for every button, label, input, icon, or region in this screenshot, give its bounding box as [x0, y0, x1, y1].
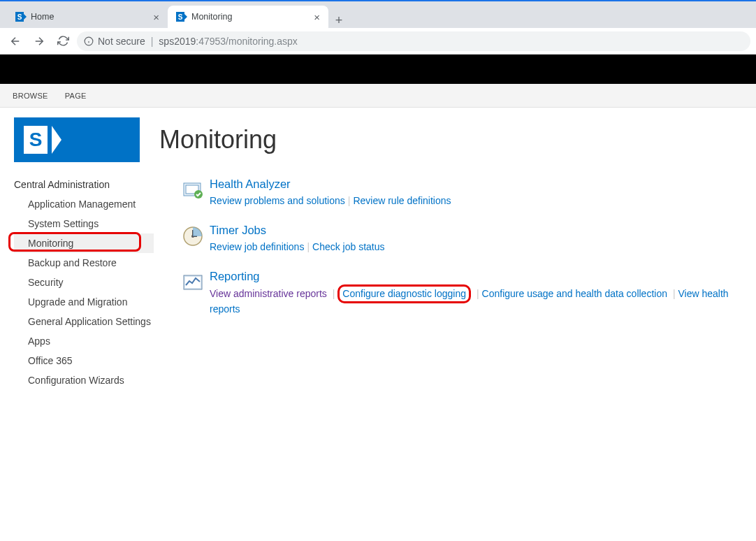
sidebar-item-label: Configuration Wizards: [28, 375, 124, 386]
back-button[interactable]: [6, 31, 25, 51]
sidebar-item-label: Backup and Restore: [28, 257, 117, 268]
sidebar-item-label: Upgrade and Migration: [28, 296, 127, 308]
body-area: Central Administration Application Manag…: [0, 175, 756, 404]
section-title[interactable]: Health Analyzer: [210, 178, 742, 191]
browser-tab-monitoring[interactable]: S Monitoring ×: [168, 6, 328, 28]
link-configure-usage-health[interactable]: Configure usage and health data collecti…: [482, 288, 667, 299]
ribbon: BROWSE PAGE: [0, 84, 756, 108]
address-text: sps2019:47953/monitoring.aspx: [159, 36, 297, 47]
sidebar-item-label: Apps: [28, 336, 50, 347]
forward-button[interactable]: [29, 31, 49, 51]
sidebar-item-label: Security: [28, 277, 64, 288]
section-title[interactable]: Timer Jobs: [210, 224, 742, 237]
sharepoint-favicon: S: [14, 11, 25, 22]
security-label: Not secure: [98, 36, 145, 47]
link-view-admin-reports[interactable]: View administrative reports: [210, 288, 327, 299]
security-indicator[interactable]: Not secure: [84, 36, 145, 47]
tab-title: Home: [31, 12, 152, 22]
health-analyzer-icon: [182, 178, 210, 208]
sharepoint-favicon: S: [175, 11, 186, 22]
close-icon[interactable]: ×: [312, 11, 321, 23]
ribbon-tab-page[interactable]: PAGE: [65, 92, 87, 100]
link-review-problems[interactable]: Review problems and solutions: [210, 195, 345, 206]
sidebar-item-office-365[interactable]: Office 365: [14, 351, 154, 370]
section-title[interactable]: Reporting: [210, 270, 742, 283]
address-separator: |: [151, 36, 154, 47]
sidebar-item-configuration-wizards[interactable]: Configuration Wizards: [14, 370, 154, 390]
link-separator: |: [345, 195, 354, 206]
tab-title: Monitoring: [191, 12, 312, 22]
sidebar-item-system-settings[interactable]: System Settings: [14, 214, 154, 233]
section-links: View administrative reports |Configure d…: [210, 286, 742, 317]
link-review-job-definitions[interactable]: Review job definitions: [210, 241, 304, 252]
reload-button[interactable]: [53, 31, 73, 51]
link-configure-diagnostic-logging[interactable]: Configure diagnostic logging: [342, 288, 466, 299]
address-bar[interactable]: Not secure | sps2019:47953/monitoring.as…: [77, 31, 750, 51]
sidebar-item-security[interactable]: Security: [14, 273, 154, 292]
sidebar-item-label: Application Management: [28, 199, 136, 210]
sidebar-item-label: Office 365: [28, 355, 73, 366]
info-icon: [84, 36, 94, 46]
link-check-job-status[interactable]: Check job status: [312, 241, 385, 252]
section-timer-jobs: Timer Jobs Review job definitions|Check …: [182, 224, 742, 254]
new-tab-button[interactable]: +: [328, 13, 349, 28]
sidebar: Central Administration Application Manag…: [14, 175, 154, 390]
timer-jobs-icon: [182, 224, 210, 254]
browser-tab-home[interactable]: S Home ×: [7, 6, 168, 28]
sharepoint-logo[interactable]: S: [14, 117, 140, 162]
sidebar-item-general-application-settings[interactable]: General Application Settings: [14, 312, 154, 331]
link-separator: |: [474, 288, 482, 299]
page-title: Monitoring: [159, 125, 277, 154]
sidebar-item-application-management[interactable]: Application Management: [14, 194, 154, 214]
section-links: Review job definitions|Check job status: [210, 240, 742, 254]
link-separator: |: [330, 288, 338, 299]
link-review-rule-definitions[interactable]: Review rule definitions: [353, 195, 451, 206]
sidebar-item-label: General Application Settings: [28, 316, 151, 327]
sidebar-item-apps[interactable]: Apps: [14, 331, 154, 351]
sidebar-item-label: Monitoring: [28, 238, 73, 249]
sidebar-item-label: System Settings: [28, 218, 99, 229]
browser-toolbar: Not secure | sps2019:47953/monitoring.as…: [0, 28, 756, 55]
main-content: Health Analyzer Review problems and solu…: [154, 175, 742, 390]
annotation-highlight: Configure diagnostic logging: [337, 284, 471, 303]
reporting-icon: [182, 270, 210, 317]
sidebar-item-backup-restore[interactable]: Backup and Restore: [14, 253, 154, 273]
link-separator: |: [670, 288, 678, 299]
ribbon-tab-browse[interactable]: BROWSE: [13, 92, 48, 100]
sidebar-header[interactable]: Central Administration: [14, 175, 154, 194]
sidebar-item-upgrade-migration[interactable]: Upgrade and Migration: [14, 292, 154, 312]
browser-chrome: S Home × S Monitoring × + Not secure | s…: [0, 0, 756, 55]
section-links: Review problems and solutions|Review rul…: [210, 194, 742, 208]
close-icon[interactable]: ×: [152, 11, 161, 23]
link-separator: |: [304, 241, 312, 252]
sidebar-item-monitoring[interactable]: Monitoring: [14, 233, 154, 253]
section-reporting: Reporting View administrative reports |C…: [182, 270, 742, 317]
suite-bar: [0, 55, 756, 84]
page-header: S Monitoring: [0, 108, 756, 175]
section-health-analyzer: Health Analyzer Review problems and solu…: [182, 178, 742, 208]
tab-strip: S Home × S Monitoring × +: [0, 1, 756, 28]
